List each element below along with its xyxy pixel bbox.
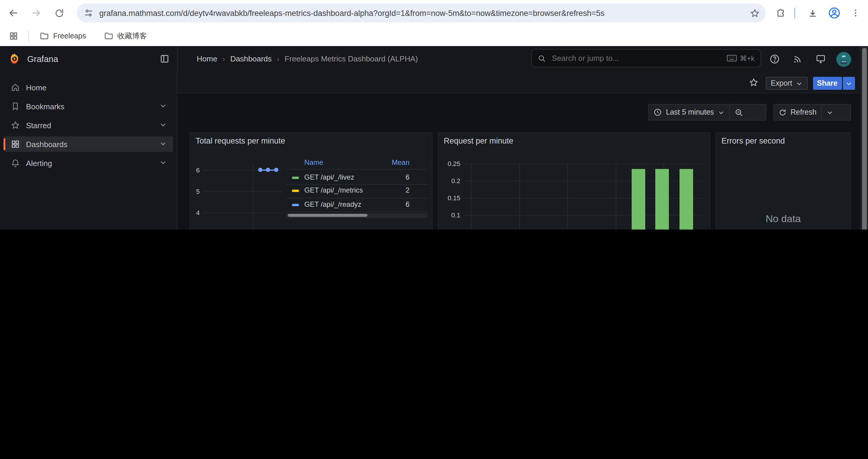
sidebar-item-alerting[interactable]: Alerting: [4, 155, 173, 171]
dashboards-icon: [11, 139, 20, 149]
legend-series-name[interactable]: GET /api/_/readyz: [304, 200, 361, 208]
chevron-down-icon: [827, 109, 833, 116]
grafana-logo-icon[interactable]: [8, 53, 21, 65]
screen: Freeleaps 收藏博客 Grafana Home › Dashboards: [0, 0, 868, 230]
forward-icon[interactable]: [27, 4, 45, 22]
breadcrumb-dashboards[interactable]: Dashboards: [230, 54, 272, 63]
sidebar-nav: HomeBookmarksStarredDashboardsAlerting: [0, 71, 177, 230]
sidebar-item-home[interactable]: Home: [4, 80, 173, 95]
url-input[interactable]: [97, 8, 750, 18]
legend-header-Mean[interactable]: Mean: [362, 158, 409, 166]
time-range-picker[interactable]: Last 5 minutes: [649, 104, 730, 120]
chevron-down-icon[interactable]: [159, 102, 168, 111]
panel-request-per-minute: Request per minute0.250.20.150.10.05017:…: [438, 132, 710, 230]
reload-icon[interactable]: [50, 4, 68, 22]
bookmark-folder-freeleaps[interactable]: Freeleaps: [35, 29, 91, 43]
export-button[interactable]: Export: [766, 77, 807, 90]
bookmark-star-icon[interactable]: [750, 8, 760, 18]
time-controls: Last 5 minutes: [648, 104, 766, 121]
y-axis-tick: 0.15: [435, 194, 460, 201]
downloads-icon[interactable]: [804, 4, 821, 22]
bookmarks-divider: [28, 31, 29, 41]
home-icon: [11, 83, 20, 92]
sidebar-item-starred[interactable]: Starred: [4, 118, 173, 133]
news-rss-icon[interactable]: [789, 52, 805, 67]
chevron-down-icon: [845, 80, 852, 87]
share-menu-button[interactable]: [842, 77, 855, 90]
dashboard-actions-bar: Export Share: [177, 71, 868, 93]
extensions-icon[interactable]: [772, 4, 789, 22]
toolbar-divider: [794, 8, 795, 18]
collapse-sidebar-icon[interactable]: [159, 54, 169, 64]
y-axis-tick: 0.25: [435, 160, 460, 167]
legend-value: 2: [362, 186, 409, 194]
chevron-down-icon[interactable]: [159, 139, 168, 149]
legend-header-name[interactable]: Name: [304, 158, 323, 166]
legend-separator: [286, 184, 428, 185]
sidebar-item-bookmarks[interactable]: Bookmarks: [4, 99, 173, 114]
search-box[interactable]: ⌘+k: [531, 49, 761, 67]
browser-menu-icon[interactable]: [847, 4, 864, 22]
grafana-app: Grafana Home › Dashboards › Freeleaps Me…: [0, 46, 868, 230]
search-icon: [538, 54, 546, 62]
back-icon[interactable]: [5, 4, 23, 22]
time-range-label: Last 5 minutes: [666, 108, 714, 117]
y-axis-tick: 5: [175, 188, 200, 195]
panel-title[interactable]: Request per minute: [444, 136, 514, 145]
zoom-out-button[interactable]: [730, 104, 748, 120]
breadcrumb-home[interactable]: Home: [197, 54, 217, 63]
data-point: [258, 168, 262, 172]
legend-scrollbar[interactable]: [286, 213, 428, 218]
grafana-header: Grafana Home › Dashboards › Freeleaps Me…: [0, 46, 868, 72]
apps-grid-icon[interactable]: [5, 27, 23, 45]
help-icon[interactable]: [767, 52, 782, 67]
refresh-interval-button[interactable]: [822, 104, 838, 120]
refresh-controls: Refresh: [773, 104, 851, 121]
vertical-scrollbar[interactable]: [860, 46, 868, 230]
legend-value: 6: [362, 173, 409, 181]
series-swatch: [292, 176, 299, 179]
legend-series-name[interactable]: GET /api/_/livez: [304, 173, 354, 181]
legend-separator: [286, 198, 428, 198]
chevron-down-icon[interactable]: [159, 158, 168, 168]
folder-icon: [39, 31, 49, 41]
y-axis-tick: 0.05: [435, 228, 460, 230]
legend-series-name[interactable]: GET /api/_/metrics: [304, 186, 363, 194]
profile-icon[interactable]: [826, 4, 843, 22]
gridline: [615, 163, 616, 230]
gridline: [519, 163, 520, 230]
bookmark-label: Freeleaps: [53, 32, 86, 40]
sidebar-item-label: Dashboards: [26, 140, 67, 149]
share-button[interactable]: Share: [813, 77, 842, 90]
grafana-brand: Grafana: [0, 46, 178, 71]
folder-icon: [104, 31, 113, 41]
gridline: [203, 191, 281, 192]
panel-title[interactable]: Total requests per minute: [195, 136, 285, 145]
panel-title[interactable]: Errors per second: [721, 136, 785, 145]
y-axis-tick: 6: [175, 166, 200, 173]
gridline: [203, 213, 281, 214]
y-axis-tick: 0.1: [435, 211, 460, 218]
gridline: [253, 163, 253, 230]
scrollbar-thumb[interactable]: [862, 48, 867, 230]
y-axis-tick: 0.2: [435, 177, 460, 184]
legend-scrollbar-thumb[interactable]: [288, 214, 368, 217]
address-bar[interactable]: [77, 4, 766, 23]
gridline: [567, 163, 568, 230]
search-shortcut: ⌘+k: [727, 54, 754, 62]
no-data-message: No data: [716, 213, 850, 225]
bookmark-folder-blogs[interactable]: 收藏博客: [99, 29, 152, 43]
favorite-star-icon[interactable]: [749, 77, 759, 90]
search-input[interactable]: [551, 53, 722, 63]
refresh-button[interactable]: Refresh: [774, 104, 821, 120]
dashboard-canvas: Last 5 minutes Refresh: [177, 93, 860, 230]
sidebar-item-dashboards[interactable]: Dashboards: [4, 136, 173, 152]
data-point: [274, 168, 278, 172]
kiosk-monitor-icon[interactable]: [813, 52, 829, 67]
bookmark-label: 收藏博客: [117, 31, 147, 41]
gridline: [471, 163, 471, 230]
site-settings-icon[interactable]: [84, 8, 93, 18]
user-avatar[interactable]: [836, 52, 851, 67]
bookmarks-bar: Freeleaps 收藏博客: [0, 26, 868, 47]
chevron-down-icon[interactable]: [159, 121, 168, 130]
